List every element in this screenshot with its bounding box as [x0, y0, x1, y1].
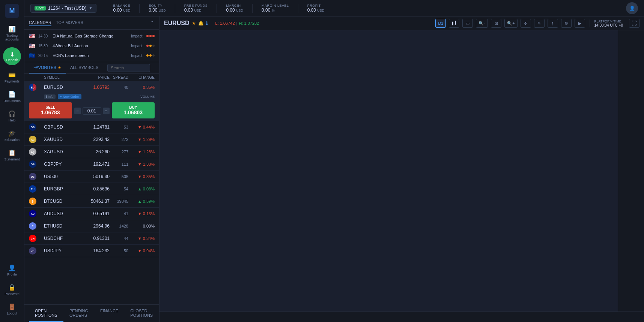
sym-row-xauusd[interactable]: Au XAUUSD 2292.42 272 ▼ 1.29%	[24, 133, 159, 146]
symbol-search-input[interactable]	[107, 64, 150, 72]
nav-profile[interactable]: 👤 Profile	[2, 261, 23, 279]
chart-candlestick-btn[interactable]	[449, 19, 459, 28]
xauusd-spread: 272	[110, 137, 128, 142]
chart-fib-btn[interactable]: ƒ	[548, 19, 558, 28]
top-metrics: BALANCE 0.00 USD EQUITY 0.00 USD FREE FU…	[104, 4, 626, 13]
event-impact-label-2: Impact:	[131, 54, 143, 58]
nav-statement[interactable]: 📋 Statement	[2, 146, 23, 164]
favorites-star-icon: ★	[58, 66, 61, 70]
user-avatar-button[interactable]: 👤	[626, 2, 638, 14]
gbpusd-flag-icon: GB	[29, 123, 36, 131]
sym-row-eurusd[interactable]: EU EURUSD 1.06793 40 -0.35% ℹ Info + New…	[24, 81, 159, 121]
metric-balance: BALANCE 0.00 USD	[104, 4, 140, 13]
tab-favorites[interactable]: FAVORITES ★	[29, 62, 66, 73]
sym-row-gbpjpy[interactable]: GB GBPJPY 192.471 111 ▼ 1.38%	[24, 158, 159, 171]
nav-logout[interactable]: 🚪 Logout	[2, 300, 23, 318]
xagusd-flag-icon: Ag	[29, 148, 36, 156]
calendar-collapse-icon[interactable]: ⌃	[150, 20, 155, 26]
volume-input-row: − +	[74, 107, 110, 115]
volume-increase-button[interactable]: +	[103, 108, 110, 114]
chart-zoom-in-btn[interactable]: 🔍+	[504, 19, 517, 28]
sym-row-eurgbp[interactable]: EU EURGBP 0.85636 54 ▲ 0.08%	[24, 183, 159, 195]
usdchf-change: ▼ 0.34%	[128, 236, 155, 241]
balance-value: 0.00 USD	[113, 7, 130, 13]
sym-row-gbpusd[interactable]: GB GBPUSD 1.24781 53 ▼ 0.44%	[24, 121, 159, 133]
nav-education[interactable]: 🎓 Education	[2, 127, 23, 145]
btcusd-name: BTCUSD	[44, 199, 80, 204]
sym-row-us500[interactable]: US US500 5019.30 505 ▼ 0.35%	[24, 171, 159, 183]
chart-pen-btn[interactable]: ✎	[534, 19, 545, 28]
eurgbp-main: EU EURGBP 0.85636 54 ▲ 0.08%	[24, 183, 159, 195]
tab-all-symbols[interactable]: ALL SYMBOLS	[66, 62, 103, 73]
sell-button[interactable]: SELL 1.06783	[29, 102, 72, 118]
account-badge[interactable]: LIVE 11264 - Test (USD) ▼	[30, 4, 96, 13]
chart-settings-btn[interactable]: ⚙	[561, 19, 572, 28]
chart-bell-icon[interactable]: 🔔	[198, 21, 204, 26]
chart-symbol-star-icon[interactable]: ★	[192, 21, 196, 26]
profile-label: Profile	[7, 273, 17, 276]
fullscreen-button[interactable]: ⛶	[629, 19, 639, 28]
event-impact-2	[146, 54, 155, 57]
tab-top-movers[interactable]: TOP MOVERS	[56, 19, 83, 26]
candlestick-chart[interactable]	[159, 30, 272, 87]
payments-label: Payments	[5, 79, 20, 83]
usdjpy-price: 164.232	[80, 248, 110, 253]
nav-password[interactable]: 🔒 Password	[2, 281, 23, 299]
gbpusd-name: GBPUSD	[44, 124, 80, 130]
nav-deposit[interactable]: ⬇ Deposit	[3, 47, 21, 65]
cal-event-2[interactable]: 🇪🇺 20:15 ECB's Lane speech Impact:	[24, 51, 159, 60]
equity-label: EQUITY	[149, 4, 166, 7]
eurusd-info-badge[interactable]: ℹ Info	[44, 94, 56, 99]
xagusd-name: XAGUSD	[44, 149, 80, 154]
tab-calendar[interactable]: CALENDAR	[29, 19, 51, 26]
chart-info-icon[interactable]: ℹ	[206, 21, 208, 26]
cal-event-1[interactable]: 🇺🇸 15:30 4-Week Bill Auction Impact:	[24, 41, 159, 51]
sym-row-audusd[interactable]: AU AUDUSD 0.65191 41 ▼ 0.13%	[24, 208, 159, 220]
tab-pending-orders[interactable]: PENDING ORDERS	[63, 305, 94, 322]
chart-crosshair-btn[interactable]: ✛	[521, 19, 531, 28]
nav-help[interactable]: 🎧 Help	[2, 107, 23, 125]
sym-row-xagusd[interactable]: Ag XAGUSD 26.260 277 ▼ 1.28%	[24, 146, 159, 158]
app-logo: M	[5, 4, 19, 18]
sym-row-btcusd[interactable]: ₿ BTCUSD 58461.37 39045 ▲ 0.59%	[24, 195, 159, 208]
eurusd-flag-icon: EU	[29, 84, 36, 91]
chart-price-separator: |	[236, 21, 238, 25]
tab-finance[interactable]: FINANCE	[94, 305, 124, 322]
time-scale	[159, 312, 644, 322]
event-impact-0	[146, 35, 155, 37]
nav-trading-accounts[interactable]: 📊 Trading accounts	[2, 22, 23, 44]
cal-event-0[interactable]: 🇺🇸 14:30 EIA Natural Gas Storage Change …	[24, 31, 159, 41]
xauusd-name: XAUUSD	[44, 137, 80, 142]
nav-payments[interactable]: 💳 Payments	[2, 68, 23, 86]
platform-time: PLATFORM TIME 14:08:34 UTC +0	[590, 19, 623, 27]
profile-icon: 👤	[8, 264, 16, 271]
chart-timeframe-d1[interactable]: D1	[435, 19, 446, 28]
impact-dot-8	[149, 54, 152, 57]
buy-label: BUY	[116, 105, 150, 109]
event-time-1: 15:30	[38, 44, 50, 48]
tab-open-positions[interactable]: OPEN POSITIONS	[29, 305, 63, 322]
col-symbol: SYMBOL	[44, 75, 80, 79]
chart-play-btn[interactable]: ▶	[575, 19, 585, 28]
event-flag-0: 🇺🇸	[29, 33, 35, 39]
chart-zoom-out-btn[interactable]: 🔍-	[476, 19, 488, 28]
tab-closed-positions[interactable]: CLOSED POSITIONS	[124, 305, 159, 322]
volume-decrease-button[interactable]: −	[74, 108, 81, 114]
eurusd-new-order-button[interactable]: + New Order	[58, 94, 81, 99]
chart-zoom-fit-btn[interactable]: ⊡	[491, 19, 501, 28]
sym-row-ethusd[interactable]: Ξ ETHUSD 2964.96 1428 0.00%	[24, 220, 159, 232]
buy-button[interactable]: BUY 1.06803	[112, 102, 155, 118]
profit-label: PROFIT	[307, 4, 325, 7]
sym-row-usdchf[interactable]: CH USDCHF 0.91301 44 ▼ 0.34%	[24, 232, 159, 245]
gbpusd-price: 1.24781	[80, 124, 110, 130]
usdjpy-name: USDJPY	[44, 248, 80, 253]
nav-documents[interactable]: 📄 Documents	[2, 88, 23, 106]
gbpjpy-main: GB GBPJPY 192.471 111 ▼ 1.38%	[24, 158, 159, 170]
sell-label: SELL	[33, 105, 68, 109]
ethusd-price: 2964.96	[80, 223, 110, 229]
us500-change: ▼ 0.35%	[128, 174, 155, 179]
chart-rect-btn[interactable]: ▭	[462, 19, 473, 28]
xagusd-spread: 277	[110, 150, 128, 154]
sym-row-usdjpy[interactable]: JP USDJPY 164.232 50 ▼ 0.94%	[24, 245, 159, 257]
volume-input[interactable]	[83, 107, 101, 115]
